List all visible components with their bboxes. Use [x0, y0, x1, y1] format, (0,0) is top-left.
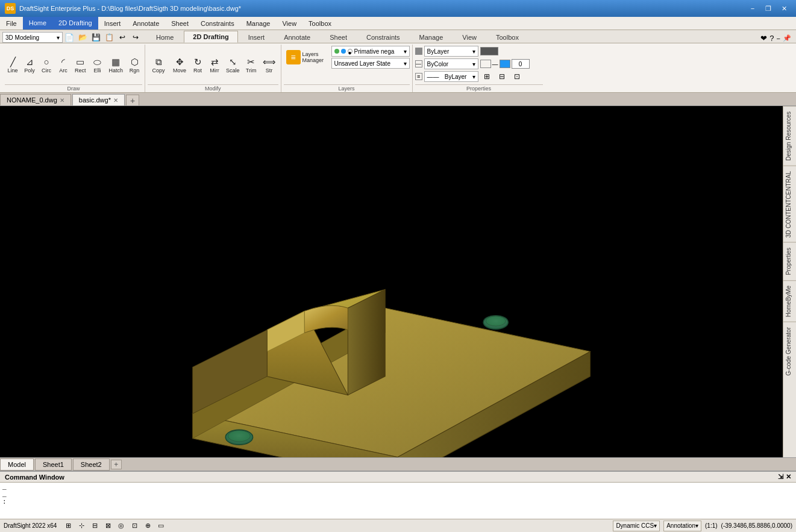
close-button[interactable]: ✕ — [777, 3, 791, 14]
copy-btn[interactable]: ⧉ Copy — [148, 55, 169, 75]
command-body[interactable]: _ _ : — [0, 483, 796, 519]
annotation-dropdown[interactable]: Annotation ▾ — [663, 521, 701, 531]
svg-point-9 — [228, 430, 250, 442]
status-bar: DraftSight 2022 x64 ⊞ ⊹ ⊟ ⊠ ◎ ⊡ ⊕ ▭ Dyna… — [0, 519, 796, 532]
svg-marker-5 — [348, 289, 385, 395]
lineweight-input[interactable] — [512, 59, 530, 69]
sheet1-tab[interactable]: Sheet1 — [35, 458, 72, 471]
lineweight-icon[interactable]: ▭ — [155, 521, 166, 531]
menu-manage[interactable]: Manage — [240, 17, 277, 30]
rotate-btn[interactable]: ↻Rot — [190, 55, 205, 75]
tab-sheet[interactable]: Sheet — [321, 31, 356, 43]
properties-tab[interactable]: Properties — [783, 242, 796, 280]
ellipse-btn[interactable]: ⬭Elli — [90, 55, 105, 75]
tab-2d-drafting[interactable]: 2D Drafting — [184, 31, 237, 43]
linetype-icon: — — [415, 60, 422, 67]
menu-toolbox[interactable]: Toolbox — [302, 17, 337, 30]
cmd-close-btn[interactable]: ✕ — [786, 473, 791, 481]
save-file-btn[interactable]: 💾 — [89, 32, 102, 43]
ribbon-tabs: 3D Modeling ▾ 📄 📂 💾 📋 ↩ ↪ Home 2D Drafti… — [0, 30, 796, 43]
linestyle-icon: ≡ — [415, 73, 422, 80]
tab-home[interactable]: Home — [147, 31, 183, 43]
region-btn[interactable]: ⬡Rgn — [127, 55, 142, 75]
osnap-icon[interactable]: ⊡ — [129, 521, 140, 531]
workspace-dropdown[interactable]: 3D Modeling ▾ — [2, 32, 63, 43]
grid-icon[interactable]: ⊟ — [89, 521, 100, 531]
tab-manage[interactable]: Manage — [410, 31, 453, 43]
prop-btn3[interactable]: ⊡ — [510, 71, 524, 82]
menu-home[interactable]: Home — [23, 17, 52, 30]
cmd-resize-btn[interactable]: ⇲ — [778, 473, 783, 481]
layers-manager-btn[interactable]: ≡ Layers Manager — [284, 48, 329, 66]
3d-content-central-tab[interactable]: 3D CONTENTCENTRAL — [783, 166, 796, 243]
stretch-btn[interactable]: ⟺Str — [260, 55, 278, 75]
trim-btn[interactable]: ✂Trim — [243, 55, 259, 75]
minimize-button[interactable]: − — [745, 3, 760, 14]
color-swatch — [480, 47, 498, 55]
line-btn[interactable]: ╱Line — [5, 55, 20, 75]
search-icon[interactable]: ? — [769, 34, 774, 43]
ribbon-content: ╱Line ⊿Poly ○Circ ◜Arc ▭Rect ⬭Elli ▦Hatc… — [0, 43, 796, 93]
hatch-btn[interactable]: ▦Hatch — [107, 55, 126, 75]
open-file-btn[interactable]: 📂 — [76, 32, 89, 43]
ccs-dropdown[interactable]: Dynamic CCS ▾ — [613, 521, 660, 531]
homebyme-tab[interactable]: HomeByMe — [783, 280, 796, 322]
snap-mode-icon[interactable]: ⊞ — [63, 521, 74, 531]
save-as-btn[interactable]: 📋 — [102, 32, 116, 43]
rect-btn[interactable]: ▭Rect — [72, 55, 89, 75]
color-bycolor-dropdown[interactable]: ByColor ▾ — [424, 58, 478, 69]
new-file-btn[interactable]: 📄 — [63, 32, 76, 43]
design-resources-tab[interactable]: Design Resources — [783, 106, 796, 166]
svg-point-11 — [486, 316, 506, 326]
scale-btn[interactable]: ⤡Scale — [224, 55, 242, 75]
menu-2d-drafting[interactable]: 2D Drafting — [52, 17, 98, 30]
menu-view[interactable]: View — [276, 17, 302, 30]
color-bylayer-dropdown[interactable]: ByLayer ▾ — [424, 46, 478, 57]
restore-button[interactable]: ❐ — [761, 3, 776, 14]
polyline-btn[interactable]: ⊿Poly — [22, 55, 37, 75]
layer-state-dropdown[interactable]: Unsaved Layer State ▾ — [331, 58, 410, 69]
layers-group: ≡ Layers Manager ● Primative nega ▾ — [281, 45, 413, 92]
properties-group-label: Properties — [415, 84, 543, 92]
arc-btn[interactable]: ◜Arc — [55, 55, 71, 75]
menu-sheet[interactable]: Sheet — [165, 17, 195, 30]
close-tab-noname[interactable]: ✕ — [60, 97, 64, 104]
tab-insert[interactable]: Insert — [239, 31, 274, 43]
move-btn[interactable]: ✥Move — [171, 55, 189, 75]
menu-constraints[interactable]: Constraints — [195, 17, 240, 30]
canvas-area[interactable]: Z Y X — [0, 106, 783, 457]
menu-insert[interactable]: Insert — [98, 17, 127, 30]
redo-btn[interactable]: ↪ — [129, 32, 142, 43]
model-tab[interactable]: Model — [0, 458, 34, 471]
ortho-icon[interactable]: ⊠ — [102, 521, 113, 531]
tab-view[interactable]: View — [453, 31, 486, 43]
add-sheet-btn[interactable]: + — [111, 460, 122, 469]
sheet2-tab[interactable]: Sheet2 — [73, 458, 110, 471]
otrack-icon[interactable]: ⊕ — [142, 521, 153, 531]
menu-annotate[interactable]: Annotate — [127, 17, 165, 30]
linetype-bylayer-dropdown[interactable]: —— ByLayer ▾ — [424, 71, 478, 82]
mirror-btn[interactable]: ⇄Mirr — [207, 55, 222, 75]
cursor-snap-icon[interactable]: ⊹ — [76, 521, 87, 531]
polar-icon[interactable]: ◎ — [116, 521, 127, 531]
layers-group-label: Layers — [284, 84, 410, 92]
doc-tab-basic[interactable]: basic.dwg* ✕ — [72, 94, 125, 105]
layer-name-dropdown[interactable]: ● Primative nega ▾ — [331, 46, 410, 57]
tab-toolbox[interactable]: Toolbox — [487, 31, 528, 43]
tab-constraints[interactable]: Constraints — [357, 31, 409, 43]
prop-btn2[interactable]: ⊟ — [495, 71, 509, 82]
line-weight-icon — [415, 48, 422, 55]
close-tab-basic[interactable]: ✕ — [113, 97, 118, 104]
menu-file[interactable]: File — [0, 17, 23, 30]
doc-tab-noname[interactable]: NONAME_0.dwg ✕ — [0, 94, 71, 105]
help-icon[interactable]: ❤ — [760, 34, 767, 43]
ribbon-pin-btn[interactable]: 📌 — [783, 34, 791, 42]
gcode-generator-tab[interactable]: G-code Generator — [783, 322, 796, 381]
ribbon-minimize-btn[interactable]: − — [777, 35, 780, 42]
prop-btn1[interactable]: ⊞ — [480, 71, 494, 82]
title-controls: − ❐ ✕ — [745, 3, 791, 14]
undo-btn[interactable]: ↩ — [116, 32, 129, 43]
doc-tab-add[interactable]: + — [126, 95, 139, 105]
tab-annotate[interactable]: Annotate — [275, 31, 319, 43]
circle-btn[interactable]: ○Circ — [39, 55, 54, 75]
